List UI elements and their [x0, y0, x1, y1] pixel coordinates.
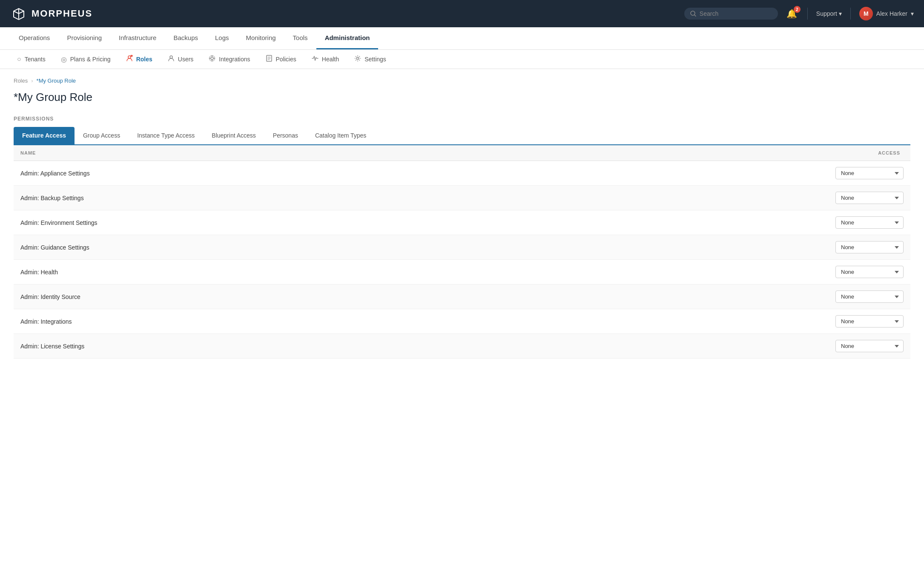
- svg-point-9: [357, 57, 359, 60]
- support-chevron-icon: ▾: [839, 10, 842, 17]
- search-icon: [690, 11, 696, 17]
- avatar: M: [859, 7, 873, 20]
- permission-access-cell[interactable]: NoneReadFull: [485, 260, 910, 284]
- permission-name: Admin: Guidance Settings: [14, 235, 485, 260]
- tab-feature-access[interactable]: Feature Access: [14, 127, 75, 145]
- nav-item-infrastructure[interactable]: Infrastructure: [110, 27, 165, 49]
- search-input[interactable]: [700, 10, 772, 17]
- tab-instance-type-access[interactable]: Instance Type Access: [129, 127, 203, 145]
- permissions-tabs: Feature Access Group Access Instance Typ…: [14, 127, 910, 145]
- roles-icon: !: [126, 55, 133, 63]
- section-label: PERMISSIONS: [14, 116, 910, 122]
- subnav-health[interactable]: Health: [305, 50, 346, 69]
- brand-name: MORPHEUS: [32, 8, 92, 19]
- breadcrumb-separator: ›: [31, 78, 33, 84]
- permission-name: Admin: Environment Settings: [14, 210, 485, 235]
- subnav-health-label: Health: [322, 56, 339, 63]
- permission-access-cell[interactable]: NoneReadFull: [485, 235, 910, 260]
- notification-button[interactable]: 🔔 2: [785, 7, 799, 20]
- permission-access-cell[interactable]: NoneReadFull: [485, 284, 910, 309]
- notification-badge: 2: [794, 6, 801, 13]
- table-row: Admin: IntegrationsNoneReadFull: [14, 309, 910, 334]
- subnav-tenants[interactable]: ○ Tenants: [10, 50, 52, 68]
- permission-access-cell[interactable]: NoneReadFull: [485, 161, 910, 186]
- divider: [807, 8, 808, 20]
- subnav-tenants-label: Tenants: [25, 56, 46, 63]
- permission-name: Admin: Integrations: [14, 309, 485, 334]
- permission-table: NAME ACCESS Admin: Appliance SettingsNon…: [14, 145, 910, 359]
- access-select[interactable]: NoneReadFull: [835, 241, 904, 253]
- table-row: Admin: License SettingsNoneReadFull: [14, 334, 910, 359]
- access-select[interactable]: NoneReadFull: [835, 315, 904, 328]
- nav-item-provisioning[interactable]: Provisioning: [58, 27, 110, 49]
- subnav-users[interactable]: Users: [161, 50, 201, 69]
- topbar-actions: 🔔 2 Support ▾ M Alex Harker ▾: [785, 7, 914, 20]
- main-nav: Operations Provisioning Infrastructure B…: [0, 27, 924, 50]
- settings-icon: [354, 55, 361, 63]
- permission-name: Admin: Appliance Settings: [14, 161, 485, 186]
- table-row: Admin: Environment SettingsNoneReadFull: [14, 210, 910, 235]
- subnav-policies-label: Policies: [276, 56, 296, 63]
- subnav-plans-pricing[interactable]: ◎ Plans & Pricing: [54, 50, 118, 69]
- breadcrumb-parent[interactable]: Roles: [14, 78, 28, 84]
- nav-item-backups[interactable]: Backups: [165, 27, 207, 49]
- nav-item-monitoring[interactable]: Monitoring: [238, 27, 284, 49]
- breadcrumb: Roles › *My Group Role: [14, 78, 910, 84]
- subnav-settings-label: Settings: [364, 56, 386, 63]
- topbar: MORPHEUS 🔔 2 Support ▾ M Alex Harker ▾: [0, 0, 924, 27]
- subnav-settings[interactable]: Settings: [347, 50, 393, 69]
- page-title: *My Group Role: [14, 91, 910, 104]
- permission-access-cell[interactable]: NoneReadFull: [485, 186, 910, 210]
- support-label: Support: [816, 10, 837, 17]
- svg-point-2: [128, 56, 131, 58]
- user-name: Alex Harker: [876, 10, 907, 17]
- access-select[interactable]: NoneReadFull: [835, 167, 904, 179]
- nav-item-administration[interactable]: Administration: [316, 27, 379, 49]
- tab-personas[interactable]: Personas: [264, 127, 307, 145]
- col-header-name: NAME: [14, 145, 485, 161]
- subnav-users-label: Users: [178, 56, 194, 63]
- nav-item-logs[interactable]: Logs: [207, 27, 238, 49]
- users-icon: [168, 55, 175, 63]
- nav-item-operations[interactable]: Operations: [10, 27, 58, 49]
- access-select[interactable]: NoneReadFull: [835, 340, 904, 352]
- permission-access-cell[interactable]: NoneReadFull: [485, 309, 910, 334]
- subnav-policies[interactable]: Policies: [259, 50, 303, 69]
- permission-name: Admin: License Settings: [14, 334, 485, 359]
- permission-access-cell[interactable]: NoneReadFull: [485, 334, 910, 359]
- subnav-roles-label: Roles: [136, 56, 152, 63]
- logo: MORPHEUS: [10, 5, 92, 22]
- policies-icon: [266, 55, 273, 63]
- nav-item-tools[interactable]: Tools: [284, 27, 316, 49]
- search-bar[interactable]: [684, 8, 778, 20]
- permission-name: Admin: Health: [14, 260, 485, 284]
- support-button[interactable]: Support ▾: [816, 10, 842, 17]
- tab-blueprint-access[interactable]: Blueprint Access: [203, 127, 264, 145]
- user-menu-button[interactable]: M Alex Harker ▾: [859, 7, 914, 20]
- subnav-roles[interactable]: ! Roles: [119, 50, 159, 69]
- integrations-icon: [209, 55, 215, 63]
- subnav-integrations-label: Integrations: [219, 56, 250, 63]
- permission-access-cell[interactable]: NoneReadFull: [485, 210, 910, 235]
- access-select[interactable]: NoneReadFull: [835, 266, 904, 278]
- content-area: Roles › *My Group Role *My Group Role PE…: [0, 69, 924, 367]
- plans-icon: ◎: [61, 55, 67, 63]
- divider2: [850, 8, 851, 20]
- col-header-access: ACCESS: [485, 145, 910, 161]
- permission-name: Admin: Identity Source: [14, 284, 485, 309]
- user-chevron-icon: ▾: [911, 10, 914, 17]
- table-row: Admin: Backup SettingsNoneReadFull: [14, 186, 910, 210]
- table-row: Admin: Guidance SettingsNoneReadFull: [14, 235, 910, 260]
- subnav-plans-label: Plans & Pricing: [70, 56, 111, 63]
- access-select[interactable]: NoneReadFull: [835, 290, 904, 303]
- table-row: Admin: HealthNoneReadFull: [14, 260, 910, 284]
- access-select[interactable]: NoneReadFull: [835, 192, 904, 204]
- svg-point-6: [211, 57, 213, 60]
- table-row: Admin: Identity SourceNoneReadFull: [14, 284, 910, 309]
- subnav-integrations[interactable]: Integrations: [202, 50, 257, 69]
- breadcrumb-current: *My Group Role: [37, 78, 76, 84]
- access-select[interactable]: NoneReadFull: [835, 216, 904, 229]
- tab-catalog-item-types[interactable]: Catalog Item Types: [307, 127, 375, 145]
- health-icon: [312, 55, 319, 63]
- tab-group-access[interactable]: Group Access: [75, 127, 129, 145]
